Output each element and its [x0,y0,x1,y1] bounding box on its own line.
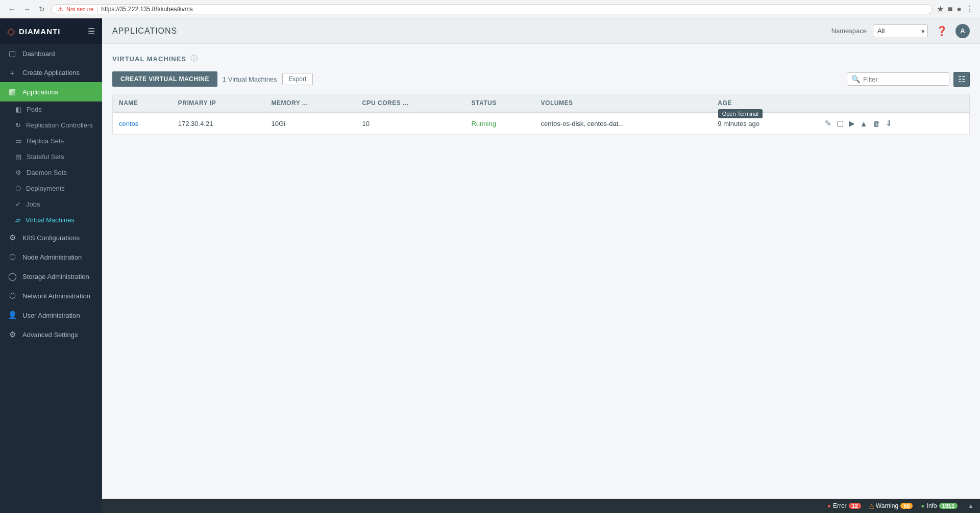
logo-icon: ◇ [7,25,15,37]
sidebar-label-daemon-sets: Daemon Sets [27,169,67,176]
user-administration-icon: 👤 [7,311,17,320]
advanced-settings-icon: ⚙ [7,330,17,339]
reload-button[interactable]: ↻ [37,4,47,14]
header-right: Namespace All default kube-system ❓ A [831,23,970,39]
cell-status: Running [465,112,534,135]
sidebar-label-create-applications: Create Applications [22,69,80,76]
sidebar-item-deployments[interactable]: ⬡ Deployments [0,181,102,196]
address-bar[interactable]: ⚠ Not secure | https://35.222.135.88/kub… [51,4,933,14]
cell-cpu-cores: 10 [356,112,465,135]
menu-button[interactable]: ⋮ [966,4,974,14]
back-button[interactable]: ← [6,4,17,14]
age-value: 9 minutes ago [718,120,760,127]
sidebar-label-dashboard: Dashboard [22,50,55,58]
sidebar-label-node-administration: Node Administration [22,253,82,261]
sidebar-item-user-administration[interactable]: 👤 User Administration [0,305,102,325]
security-warning-icon: ⚠ [58,6,63,13]
sidebar-item-virtual-machines[interactable]: ▱ Virtual Machines [0,212,102,228]
sidebar-label-replication-controllers: Replication Controllers [26,121,93,129]
sidebar-item-dashboard[interactable]: ▢ Dashboard [0,44,102,63]
info-icon[interactable]: ⓘ [190,54,198,63]
info-count: 1911 [939,503,958,509]
dashboard-icon: ▢ [7,49,17,58]
count-label: 1 Virtual Machines [223,75,277,83]
warning-count: 50 [900,503,913,509]
sidebar-label-network-administration: Network Administration [22,292,90,300]
jobs-icon: ✓ [15,200,21,208]
open-terminal-tooltip: Open Terminal [718,109,763,118]
status-error-item[interactable]: ● Error 12 [827,502,861,509]
search-box[interactable]: 🔍 [847,72,949,86]
info-label: Info [927,502,937,509]
main-content: APPLICATIONS Namespace All default kube-… [102,18,980,513]
sidebar-label-k8s-configurations: K8S Configurations [22,234,80,242]
sidebar-item-network-administration[interactable]: ⬡ Network Administration [0,286,102,305]
status-warning-item[interactable]: △ Warning 50 [869,502,913,509]
col-memory: MEMORY ... [265,94,356,112]
sidebar-label-virtual-machines: Virtual Machines [26,216,75,224]
stateful-sets-icon: ▤ [15,153,21,161]
sidebar-item-advanced-settings[interactable]: ⚙ Advanced Settings [0,325,102,344]
replica-sets-icon: ▭ [15,137,21,145]
snapshot-button[interactable]: ▲ [859,118,869,129]
browser-chrome: ← → ↻ ⚠ Not secure | https://35.222.135.… [0,0,980,18]
namespace-select[interactable]: All default kube-system [873,24,928,37]
sidebar-label-pods: Pods [27,106,42,113]
warning-icon: △ [869,502,874,509]
replication-controllers-icon: ↻ [15,121,21,129]
delete-button[interactable]: 🗑 [872,118,881,129]
cell-age: 9 minutes ago Open Terminal [712,112,818,135]
sidebar-item-storage-administration[interactable]: ◯ Storage Administration [0,267,102,286]
cell-memory: 10Gi [265,112,356,135]
col-primary-ip: PRIMARY IP [172,94,265,112]
search-icon: 🔍 [851,75,860,83]
namespace-select-wrapper[interactable]: All default kube-system [873,24,928,37]
col-volumes: VOLUMES [535,94,712,112]
node-administration-icon: ⬡ [7,252,17,262]
view-button[interactable]: ▢ [836,118,845,129]
status-bar: ● Error 12 △ Warning 50 ● Info 1911 ▲ [102,499,980,513]
network-administration-icon: ⬡ [7,291,17,300]
status-info-item[interactable]: ● Info 1911 [921,502,958,509]
sidebar-item-stateful-sets[interactable]: ▤ Stateful Sets [0,149,102,165]
view-toggle-button[interactable]: ☷ [953,72,970,87]
sidebar-item-applications[interactable]: ▦ Applications [0,82,102,101]
status-badge: Running [471,120,496,127]
sidebar-item-replica-sets[interactable]: ▭ Replica Sets [0,133,102,149]
forward-button[interactable]: → [21,4,33,14]
sidebar-header: ◇ DIAMANTI ☰ [0,18,102,44]
help-button[interactable]: ❓ [934,23,949,39]
menu-toggle-icon[interactable]: ☰ [88,27,95,36]
applications-icon: ▦ [7,87,17,96]
sidebar-item-daemon-sets[interactable]: ⚙ Daemon Sets [0,165,102,181]
bookmark-button[interactable]: ★ [937,4,944,14]
sidebar-item-create-applications[interactable]: + Create Applications [0,63,102,82]
sidebar-item-jobs[interactable]: ✓ Jobs [0,196,102,212]
export-button[interactable]: Export [282,73,313,85]
extensions-button[interactable]: ■ [948,5,953,14]
avatar[interactable]: A [955,24,970,38]
create-virtual-machine-button[interactable]: CREATE VIRTUAL MACHINE [112,71,217,87]
sidebar-label-stateful-sets: Stateful Sets [27,153,64,161]
profile-button[interactable]: ● [957,5,962,14]
vm-name-link[interactable]: centos [119,120,138,127]
not-secure-label: Not secure [66,6,93,12]
search-input[interactable] [863,75,945,83]
sidebar-item-k8s-configurations[interactable]: ⚙ K8S Configurations [0,228,102,247]
main-header: APPLICATIONS Namespace All default kube-… [102,18,980,44]
deployments-icon: ⬡ [15,185,21,192]
status-expand-icon[interactable]: ▲ [968,502,974,509]
edit-button[interactable]: ✎ [824,118,832,129]
cell-volumes: centos-os-disk, centos-dat... [535,112,712,135]
sidebar-item-node-administration[interactable]: ⬡ Node Administration [0,247,102,267]
col-name: NAME [113,94,172,112]
play-button[interactable]: ▶ [848,118,856,129]
table-row: centos 172.30.4.21 10Gi 10 Running cento… [113,112,969,135]
download-button[interactable]: ⇓ [885,118,893,129]
sidebar-item-pods[interactable]: ◧ Pods [0,101,102,117]
warning-label: Warning [876,502,898,509]
sidebar-item-replication-controllers[interactable]: ↻ Replication Controllers [0,117,102,133]
sidebar-label-storage-administration: Storage Administration [22,273,89,280]
error-count: 12 [849,503,861,509]
col-actions [818,94,969,112]
